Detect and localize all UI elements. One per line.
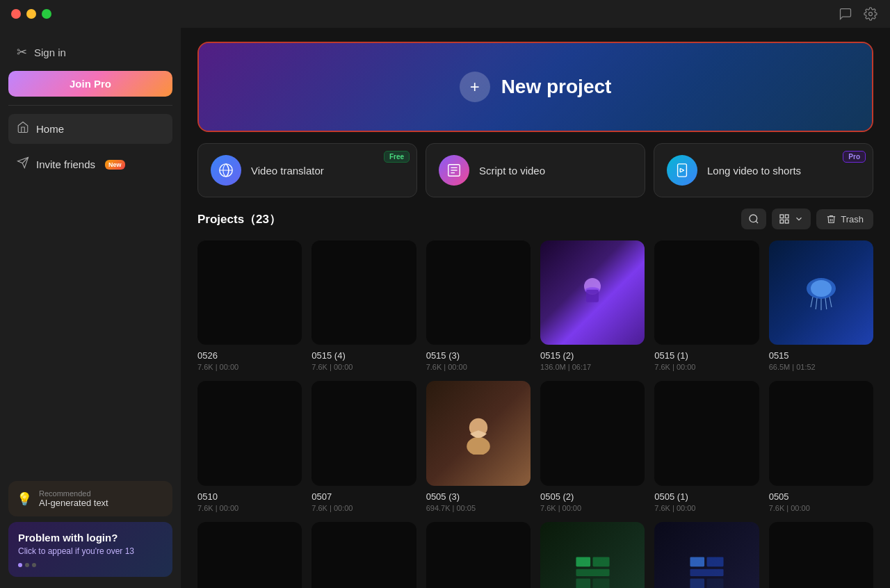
new-badge: New	[105, 160, 125, 170]
dot-1	[18, 563, 22, 567]
sign-in-button[interactable]: ✂ Sign in	[8, 39, 172, 65]
long-video-to-shorts-label: Long video to shorts	[707, 165, 801, 177]
project-card[interactable]: 0515 (1) 7.6K | 00:00	[654, 240, 759, 371]
script-to-video-label: Script to video	[479, 165, 545, 177]
app-body: ✂ Sign in Join Pro Home Invite friends	[0, 28, 890, 588]
svg-point-12	[750, 215, 757, 222]
new-project-banner[interactable]: + New project	[197, 42, 873, 132]
script-to-video-icon	[439, 155, 469, 186]
join-pro-button[interactable]: Join Pro	[8, 71, 172, 97]
project-name: 0526	[197, 350, 302, 361]
login-problem-title: Problem with login?	[18, 532, 163, 544]
svg-rect-38	[690, 579, 704, 588]
project-thumbnail	[312, 522, 416, 588]
project-card[interactable]: 0510 7.6K | 00:00	[197, 381, 302, 512]
project-meta: 7.6K | 00:00	[426, 363, 531, 371]
project-name: 0515 (4)	[312, 350, 416, 361]
projects-header: Projects（23）	[197, 209, 873, 229]
project-card[interactable]	[426, 522, 531, 588]
project-name: 0507	[312, 491, 416, 502]
project-card[interactable]: 0505 (1) 7.6K | 00:00	[654, 381, 759, 512]
project-card[interactable]: 0507 7.6K | 00:00	[312, 381, 416, 512]
feature-card-long-video-to-shorts[interactable]: Pro Long video to shorts	[654, 143, 873, 197]
svg-rect-39	[706, 579, 723, 588]
project-meta: 7.6K | 00:00	[197, 363, 302, 371]
project-thumbnail	[654, 381, 759, 485]
project-thumbnail	[769, 240, 873, 345]
feature-card-script-to-video[interactable]: Script to video	[426, 143, 645, 197]
svg-rect-32	[576, 569, 609, 576]
project-name: 0515	[769, 350, 873, 361]
project-card[interactable]	[197, 522, 302, 588]
svg-line-26	[825, 298, 827, 309]
login-problem-card[interactable]: Problem with login? Click to appeal if y…	[8, 522, 172, 577]
project-card[interactable]: 0515 (4) 7.6K | 00:00	[312, 240, 416, 371]
invite-icon	[17, 156, 29, 172]
project-card[interactable]: 0505 (3) 694.7K | 00:05	[426, 381, 531, 512]
project-card[interactable]	[769, 522, 873, 588]
new-project-plus-icon: +	[460, 72, 490, 102]
search-button[interactable]	[741, 209, 766, 229]
lightbulb-icon: 💡	[17, 491, 32, 507]
svg-rect-34	[592, 579, 609, 588]
project-thumbnail	[654, 522, 759, 588]
svg-rect-30	[576, 557, 590, 567]
video-translator-icon	[211, 155, 241, 186]
project-card[interactable]: 0505 7.6K | 00:00	[769, 381, 873, 512]
project-card[interactable]	[540, 522, 645, 588]
project-meta: 136.0M | 06:17	[540, 363, 645, 371]
svg-rect-36	[706, 557, 723, 567]
maximize-button[interactable]	[42, 9, 51, 19]
invite-friends-label: Invite friends	[36, 158, 95, 170]
minimize-button[interactable]	[26, 9, 36, 19]
feature-row: Free Video translator	[197, 143, 873, 197]
sidebar-divider	[8, 105, 172, 106]
project-thumbnail	[540, 522, 645, 588]
grid-view-button[interactable]	[772, 209, 811, 229]
projects-actions: Trash	[741, 209, 873, 229]
svg-rect-33	[576, 579, 590, 588]
project-thumbnail	[426, 381, 531, 485]
new-project-inner: + New project	[460, 72, 612, 102]
svg-rect-8	[678, 164, 687, 177]
project-card[interactable]: 0505 (2) 7.6K | 00:00	[540, 381, 645, 512]
project-thumbnail	[540, 381, 645, 485]
project-thumbnail	[312, 381, 416, 485]
message-icon[interactable]	[837, 6, 854, 22]
traffic-lights	[11, 9, 51, 19]
video-translator-label: Video translator	[251, 165, 324, 177]
settings-icon[interactable]	[862, 6, 879, 22]
project-thumbnail	[654, 240, 759, 345]
titlebar-actions	[837, 6, 879, 22]
close-button[interactable]	[11, 9, 21, 19]
svg-rect-35	[690, 557, 704, 567]
home-icon	[17, 121, 29, 137]
titlebar	[0, 0, 890, 28]
pagination-dots	[18, 563, 163, 567]
project-card[interactable]	[654, 522, 759, 588]
project-name: 0505	[769, 491, 873, 502]
sidebar-item-home[interactable]: Home	[8, 114, 172, 144]
feature-card-video-translator[interactable]: Free Video translator	[197, 143, 417, 197]
trash-label: Trash	[841, 214, 864, 224]
project-thumbnail	[197, 522, 302, 588]
project-card[interactable]: 0526 7.6K | 00:00	[197, 240, 302, 371]
svg-rect-16	[780, 220, 784, 223]
project-card[interactable]: 0515 (2) 136.0M | 06:17	[540, 240, 645, 371]
project-card[interactable]	[312, 522, 416, 588]
sidebar-item-invite[interactable]: Invite friends New	[8, 149, 172, 179]
sign-in-label: Sign in	[34, 47, 66, 58]
svg-line-24	[816, 298, 817, 309]
project-card[interactable]: 0515 (3) 7.6K | 00:00	[426, 240, 531, 371]
svg-rect-37	[690, 569, 723, 576]
free-badge: Free	[384, 151, 410, 163]
project-name: 0515 (3)	[426, 350, 531, 361]
recommended-card[interactable]: 💡 Recommended AI-generated text	[8, 481, 172, 516]
trash-button[interactable]: Trash	[816, 209, 873, 229]
project-thumbnail	[197, 381, 302, 485]
project-card[interactable]: 0515 66.5M | 01:52	[769, 240, 873, 371]
recommended-text: Recommended AI-generated text	[39, 489, 108, 508]
project-name: 0505 (1)	[654, 491, 759, 502]
svg-rect-17	[786, 220, 789, 223]
project-thumbnail	[769, 381, 873, 485]
